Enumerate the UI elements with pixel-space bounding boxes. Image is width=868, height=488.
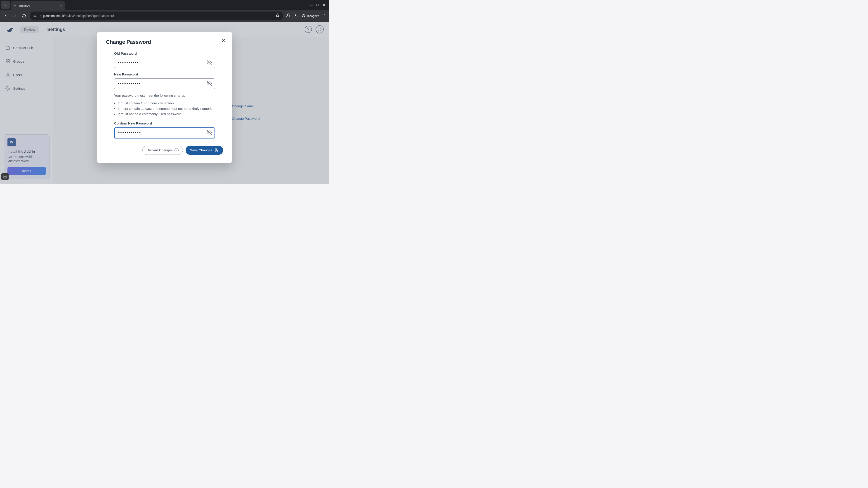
confirm-password-label: Confirm New Password xyxy=(114,121,215,125)
tab-favicon-icon xyxy=(13,4,17,7)
toggle-visibility-icon[interactable] xyxy=(207,60,212,66)
modal-title: Change Password xyxy=(106,39,223,45)
incognito-badge[interactable]: Incognito xyxy=(301,13,319,18)
criteria-item: It must not be a commonly used password xyxy=(118,111,215,117)
criteria-intro: Your password must meet the following cr… xyxy=(114,93,215,98)
modal-close-button[interactable]: ✕ xyxy=(221,37,226,43)
discard-button[interactable]: Discard Changes ✕ xyxy=(143,146,183,155)
site-settings-icon[interactable] xyxy=(33,14,37,18)
close-icon: ✕ xyxy=(175,148,179,152)
criteria-item: It must contain at least one number, but… xyxy=(118,106,215,111)
new-password-input[interactable] xyxy=(114,78,215,89)
close-window-icon[interactable]: ✕ xyxy=(323,3,326,7)
maximize-icon[interactable]: ❐ xyxy=(316,3,319,7)
confirm-password-input[interactable] xyxy=(114,127,215,138)
save-button[interactable]: Save Changes xyxy=(186,146,223,155)
url-text: app.robinai.co.uk/review/settings/config… xyxy=(40,14,114,18)
menu-icon[interactable]: ⋮ xyxy=(323,14,327,18)
address-bar: app.robinai.co.uk/review/settings/config… xyxy=(0,10,329,22)
tab-title: Robin AI xyxy=(19,4,58,7)
accessibility-widget[interactable] xyxy=(1,173,8,180)
modal-overlay: Change Password ✕ Old Password New Passw… xyxy=(0,22,329,184)
back-button[interactable] xyxy=(3,13,9,19)
tab-search-dropdown[interactable] xyxy=(1,1,10,9)
new-password-label: New Password xyxy=(114,72,215,76)
criteria-list: It must contain 10 or more characters It… xyxy=(118,101,215,117)
incognito-icon xyxy=(301,13,306,18)
svg-point-5 xyxy=(35,16,35,17)
window-controls: — ❐ ✕ xyxy=(309,3,329,7)
new-tab-button[interactable]: + xyxy=(68,3,70,7)
extensions-icon[interactable] xyxy=(286,13,290,18)
toggle-visibility-icon[interactable] xyxy=(207,130,212,136)
downloads-icon[interactable] xyxy=(293,13,298,18)
tab-close-icon[interactable]: ✕ xyxy=(60,4,62,7)
old-password-input[interactable] xyxy=(114,58,215,68)
svg-point-13 xyxy=(3,175,7,178)
forward-button[interactable] xyxy=(12,13,18,19)
bookmark-icon[interactable] xyxy=(276,13,280,18)
svg-point-14 xyxy=(4,176,6,177)
svg-marker-6 xyxy=(276,14,279,17)
browser-tab[interactable]: Robin AI ✕ xyxy=(11,1,65,10)
url-bar[interactable]: app.robinai.co.uk/review/settings/config… xyxy=(30,11,283,20)
browser-tab-bar: Robin AI ✕ + — ❐ ✕ xyxy=(0,0,329,10)
minimize-icon[interactable]: — xyxy=(309,3,313,7)
reload-button[interactable] xyxy=(21,13,27,19)
old-password-label: Old Password xyxy=(114,52,215,55)
change-password-modal: Change Password ✕ Old Password New Passw… xyxy=(97,32,232,163)
toggle-visibility-icon[interactable] xyxy=(207,81,212,87)
save-icon xyxy=(215,148,219,152)
svg-point-4 xyxy=(36,15,36,15)
criteria-item: It must contain 10 or more characters xyxy=(118,101,215,106)
